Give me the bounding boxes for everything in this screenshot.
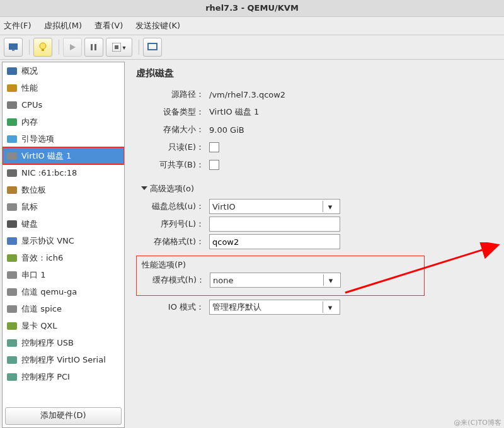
label-size: 存储大小： bbox=[136, 124, 209, 135]
svg-rect-13 bbox=[7, 118, 17, 126]
hw-item-7[interactable]: 数位板 bbox=[3, 181, 124, 198]
hw-item-13[interactable]: 信道 qemu-ga bbox=[3, 283, 124, 300]
value-devtype: VirtIO 磁盘 1 bbox=[209, 106, 495, 118]
hw-item-label: 数位板 bbox=[21, 184, 46, 196]
svg-rect-24 bbox=[7, 305, 17, 313]
svg-rect-26 bbox=[7, 339, 17, 347]
svg-rect-0 bbox=[9, 43, 18, 50]
serial-input[interactable] bbox=[209, 217, 340, 232]
svg-rect-19 bbox=[7, 220, 17, 228]
hw-item-11[interactable]: 音效：ich6 bbox=[3, 249, 124, 266]
hw-item-label: 键盘 bbox=[21, 218, 38, 230]
menu-bar: 文件(F) 虚拟机(M) 查看(V) 发送按键(K) bbox=[0, 17, 504, 35]
svg-rect-9 bbox=[148, 43, 157, 50]
hw-item-label: 鼠标 bbox=[21, 201, 38, 213]
svg-rect-28 bbox=[7, 373, 17, 381]
hw-item-label: 概况 bbox=[21, 65, 38, 77]
storage-format-input[interactable] bbox=[209, 234, 340, 249]
value-source: /vm/rhel7.3.qcow2 bbox=[209, 90, 495, 99]
hw-item-label: 性能 bbox=[21, 82, 38, 94]
fullscreen-button[interactable] bbox=[143, 38, 162, 57]
menu-view[interactable]: 查看(V) bbox=[94, 21, 123, 30]
watermark-text: @来(C)TO博客 bbox=[454, 418, 501, 427]
hw-item-9[interactable]: 键盘 bbox=[3, 215, 124, 232]
io-mode-combo[interactable]: 管理程序默认▾ bbox=[209, 300, 340, 315]
play-button[interactable] bbox=[63, 38, 82, 57]
svg-rect-18 bbox=[7, 203, 17, 211]
hardware-sidebar: 概况性能CPUs内存引导选项VirtIO 磁盘 1NIC :61:bc:18数位… bbox=[2, 62, 125, 428]
label-iomode: IO 模式： bbox=[136, 301, 209, 313]
hw-item-label: 控制程序 VirtIO Serial bbox=[21, 354, 106, 366]
hw-item-label: 信道 qemu-ga bbox=[21, 286, 77, 298]
console-button[interactable] bbox=[4, 38, 23, 57]
details-button[interactable] bbox=[33, 38, 52, 57]
hw-item-label: VirtIO 磁盘 1 bbox=[21, 150, 71, 162]
hw-item-label: 引导选项 bbox=[21, 133, 54, 145]
svg-rect-16 bbox=[7, 169, 17, 177]
advanced-expander[interactable]: 高级选项(o) bbox=[136, 183, 214, 194]
hw-item-label: 控制程序 USB bbox=[21, 337, 74, 349]
svg-rect-27 bbox=[7, 356, 17, 364]
hw-item-label: 音效：ich6 bbox=[21, 252, 63, 264]
hw-item-label: 显示协议 VNC bbox=[21, 235, 74, 247]
svg-rect-10 bbox=[7, 67, 17, 75]
hw-item-8[interactable]: 鼠标 bbox=[3, 198, 124, 215]
svg-rect-23 bbox=[7, 288, 17, 296]
performance-expander[interactable]: 性能选项(P) bbox=[142, 259, 215, 271]
menu-vm[interactable]: 虚拟机(M) bbox=[44, 21, 82, 30]
hw-item-14[interactable]: 信道 spice bbox=[3, 300, 124, 317]
svg-rect-21 bbox=[7, 254, 17, 262]
pause-button[interactable] bbox=[84, 38, 103, 57]
bus-combo[interactable]: VirtIO▾ bbox=[209, 199, 340, 214]
hw-item-label: 信道 spice bbox=[21, 303, 62, 315]
hw-item-label: 显卡 QXL bbox=[21, 320, 57, 332]
shutdown-button[interactable]: ▾ bbox=[106, 38, 132, 57]
svg-rect-5 bbox=[91, 44, 93, 50]
hw-item-6[interactable]: NIC :61:bc:18 bbox=[3, 164, 124, 181]
svg-rect-11 bbox=[7, 84, 17, 92]
svg-rect-25 bbox=[7, 322, 17, 330]
hw-item-2[interactable]: CPUs bbox=[3, 96, 124, 113]
label-source: 源路径： bbox=[136, 89, 209, 100]
svg-point-2 bbox=[40, 43, 46, 49]
svg-rect-22 bbox=[7, 271, 17, 279]
label-devtype: 设备类型： bbox=[136, 106, 209, 118]
hw-item-15[interactable]: 显卡 QXL bbox=[3, 317, 124, 334]
hw-item-label: 串口 1 bbox=[21, 269, 45, 281]
window-title: rhel7.3 - QEMU/KVM bbox=[0, 0, 504, 17]
readonly-checkbox[interactable] bbox=[209, 142, 219, 152]
hw-item-label: CPUs bbox=[21, 100, 42, 110]
svg-marker-4 bbox=[70, 44, 76, 50]
hw-item-3[interactable]: 内存 bbox=[3, 113, 124, 130]
menu-sendkey[interactable]: 发送按键(K) bbox=[135, 21, 180, 30]
svg-rect-1 bbox=[12, 50, 14, 51]
svg-rect-14 bbox=[7, 135, 17, 143]
value-size: 9.00 GiB bbox=[209, 125, 495, 135]
shareable-checkbox[interactable] bbox=[209, 160, 219, 170]
svg-rect-20 bbox=[7, 237, 17, 245]
hw-item-1[interactable]: 性能 bbox=[3, 79, 124, 96]
label-bus: 磁盘总线(u)： bbox=[136, 201, 209, 212]
svg-rect-3 bbox=[42, 49, 44, 51]
add-hardware-button[interactable]: 添加硬件(D) bbox=[5, 407, 122, 425]
menu-file[interactable]: 文件(F) bbox=[4, 21, 32, 30]
svg-rect-8 bbox=[115, 45, 118, 49]
hw-item-16[interactable]: 控制程序 USB bbox=[3, 334, 124, 351]
chevron-down-icon: ▾ bbox=[323, 301, 337, 313]
label-serial: 序列号(L)： bbox=[136, 218, 209, 230]
hw-item-5[interactable]: VirtIO 磁盘 1 bbox=[3, 147, 124, 164]
hw-item-0[interactable]: 概况 bbox=[3, 62, 124, 79]
svg-rect-15 bbox=[7, 152, 17, 160]
label-shareable: 可共享(B)： bbox=[136, 159, 209, 171]
hw-item-12[interactable]: 串口 1 bbox=[3, 266, 124, 283]
hw-item-17[interactable]: 控制程序 VirtIO Serial bbox=[3, 351, 124, 368]
cache-mode-combo[interactable]: none▾ bbox=[210, 273, 341, 288]
hw-item-label: 内存 bbox=[21, 116, 38, 128]
label-cache: 缓存模式(h)： bbox=[142, 274, 210, 286]
chevron-down-icon: ▾ bbox=[323, 274, 338, 286]
hw-item-label: NIC :61:bc:18 bbox=[21, 168, 77, 177]
hw-item-4[interactable]: 引导选项 bbox=[3, 130, 124, 147]
hw-item-10[interactable]: 显示协议 VNC bbox=[3, 232, 124, 249]
hw-item-18[interactable]: 控制程序 PCI bbox=[3, 368, 124, 385]
chevron-down-icon: ▾ bbox=[323, 201, 337, 212]
